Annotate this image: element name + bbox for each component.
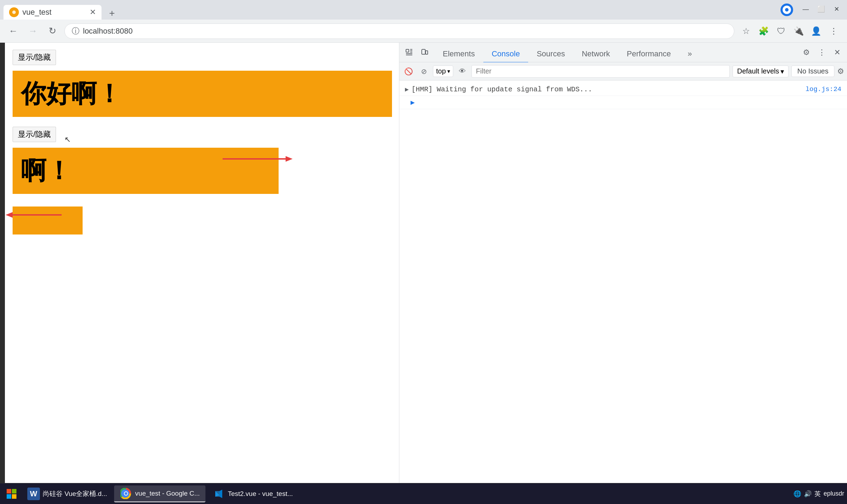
tab-title: vue_test	[22, 8, 86, 17]
devtools-settings-button[interactable]: ⚙	[799, 46, 813, 59]
svg-marker-3	[286, 156, 293, 162]
taskbar-item-vscode[interactable]: Test2.vue - vue_test...	[207, 485, 299, 502]
devtools-close-button[interactable]: ✕	[830, 46, 844, 59]
maximize-button[interactable]: ⬜	[814, 4, 828, 15]
device-toggle-button[interactable]	[418, 46, 432, 59]
taskbar-volume-icon[interactable]: 🔊	[804, 490, 812, 498]
back-button[interactable]: ←	[6, 23, 21, 39]
taskbar-right: 🌐 🔊 英 eplusdr	[793, 490, 844, 498]
devtools-panel: Elements Console Sources Network Perform…	[399, 43, 847, 483]
address-bar: ← → ↻ ⓘ localhost:8080 ☆ 🧩 🛡 🔌 👤 ⋮	[0, 20, 847, 43]
console-cursor-row[interactable]: ▶	[399, 96, 847, 109]
log-expand-icon[interactable]: ▶	[405, 85, 409, 93]
extension-puzzle-button[interactable]: 🧩	[756, 23, 771, 39]
console-filter-input[interactable]	[471, 65, 730, 78]
console-filter-toggle[interactable]: ⊘	[418, 65, 430, 78]
svg-rect-16	[7, 489, 11, 493]
hmr-log-text: [HMR] Waiting for update signal from WDS…	[412, 85, 592, 93]
word-icon: W	[27, 488, 40, 500]
console-prompt-icon: ▶	[411, 98, 415, 107]
taskbar-item-word[interactable]: W 尚硅谷 Vue全家桶.d...	[22, 485, 113, 502]
extension-shield-button[interactable]: 🛡	[774, 23, 789, 39]
devtools-tabs-row: Elements Console Sources Network Perform…	[433, 43, 798, 62]
vscode-icon	[212, 488, 225, 500]
right-arrow-svg	[223, 148, 328, 169]
svg-rect-15	[426, 51, 428, 54]
svg-rect-18	[7, 494, 11, 499]
tab-more[interactable]: »	[679, 46, 700, 63]
devtools-more-button[interactable]: ⋮	[815, 46, 829, 59]
console-toolbar: 🚫 ⊘ top ▾ 👁 Default levels ▾ No Issues ⚙	[399, 62, 847, 80]
chrome-icon	[780, 4, 793, 16]
devtools-toolbar: Elements Console Sources Network Perform…	[399, 43, 847, 62]
url-lock-icon: ⓘ	[72, 26, 79, 36]
annotation-area: 啊！	[13, 145, 392, 234]
taskbar-lang-indicator: 英	[814, 490, 821, 498]
top-context-selector[interactable]: top ▾	[433, 65, 453, 77]
svg-point-22	[125, 492, 127, 495]
taskbar-chrome-label: vue_test - Google C...	[135, 490, 200, 497]
taskbar-word-label: 尚硅谷 Vue全家桶.d...	[43, 489, 107, 498]
taskbar-time: eplusdr	[824, 490, 844, 497]
forward-button[interactable]: →	[25, 23, 41, 39]
second-button-wrapper: 显示/隐藏 ↖	[13, 127, 392, 142]
svg-rect-8	[406, 49, 409, 52]
tab-favicon	[9, 7, 19, 17]
menu-button[interactable]: ⋮	[826, 23, 841, 39]
log-levels-selector[interactable]: Default levels ▾	[733, 65, 789, 77]
extension-button[interactable]: 🔌	[791, 23, 806, 39]
partial-banner-row: 啊！	[13, 145, 392, 194]
no-issues-badge: No Issues	[791, 65, 834, 77]
new-tab-button[interactable]: +	[104, 7, 120, 20]
svg-marker-7	[6, 212, 13, 218]
chrome-taskbar-icon	[120, 487, 132, 500]
tab-network[interactable]: Network	[573, 46, 618, 63]
reload-button[interactable]: ↻	[45, 23, 60, 39]
svg-marker-25	[215, 491, 219, 497]
live-expressions-button[interactable]: 👁	[456, 65, 469, 78]
main-area: 显示/隐藏 你好啊！ 显示/隐藏 ↖ 啊！	[0, 43, 847, 483]
tab-console[interactable]: Console	[483, 46, 528, 63]
svg-rect-19	[12, 494, 16, 499]
console-output: ▶ [HMR] Waiting for update signal from W…	[399, 80, 847, 483]
hello-banner: 你好啊！	[13, 71, 392, 117]
minimize-button[interactable]: —	[799, 4, 813, 15]
bookmark-button[interactable]: ☆	[738, 23, 754, 39]
start-button[interactable]	[3, 485, 20, 502]
taskbar-vscode-label: Test2.vue - vue_test...	[228, 490, 293, 498]
tab-sources[interactable]: Sources	[528, 46, 573, 63]
inspect-element-button[interactable]	[402, 46, 416, 59]
url-bar[interactable]: ⓘ localhost:8080	[64, 23, 734, 39]
console-settings-button[interactable]: ⚙	[837, 67, 844, 76]
page-content: 显示/隐藏 你好啊！ 显示/隐藏 ↖ 啊！	[0, 43, 399, 483]
small-box-row	[13, 201, 392, 234]
browser-window: vue_test ✕ + — ⬜ ✕ ← → ↻ ⓘ localhost:808…	[0, 0, 847, 504]
log-source-link[interactable]: log.js:24	[805, 85, 841, 93]
levels-arrow-icon: ▾	[780, 67, 784, 76]
tab-performance[interactable]: Performance	[618, 46, 679, 63]
tab-elements[interactable]: Elements	[434, 46, 483, 63]
url-text: localhost:8080	[83, 27, 727, 36]
svg-point-1	[12, 10, 16, 14]
tab-close-btn[interactable]: ✕	[90, 8, 96, 17]
hmr-log-entry: ▶ [HMR] Waiting for update signal from W…	[399, 83, 847, 96]
page-left-border	[0, 43, 5, 483]
clear-console-button[interactable]: 🚫	[402, 65, 415, 78]
svg-marker-24	[219, 490, 222, 498]
address-actions: ☆ 🧩 🛡 🔌 👤 ⋮	[738, 23, 841, 39]
tab-bar: vue_test ✕ +	[4, 0, 120, 20]
profile-button[interactable]: 👤	[808, 23, 824, 39]
taskbar-network-icon[interactable]: 🌐	[793, 490, 801, 498]
active-tab[interactable]: vue_test ✕	[4, 5, 102, 20]
show-hide-button-second[interactable]: 显示/隐藏	[13, 127, 56, 142]
taskbar: W 尚硅谷 Vue全家桶.d... vue_test - Google C...	[0, 483, 847, 504]
left-arrow-svg	[6, 204, 62, 225]
cursor-indicator: ↖	[64, 135, 71, 144]
close-button[interactable]: ✕	[830, 4, 844, 15]
taskbar-item-chrome[interactable]: vue_test - Google C...	[114, 485, 205, 502]
top-selector-arrow: ▾	[447, 68, 450, 75]
svg-rect-17	[12, 489, 16, 493]
svg-rect-14	[422, 49, 425, 54]
title-bar: vue_test ✕ + — ⬜ ✕	[0, 0, 847, 20]
show-hide-button-top[interactable]: 显示/隐藏	[13, 50, 56, 65]
